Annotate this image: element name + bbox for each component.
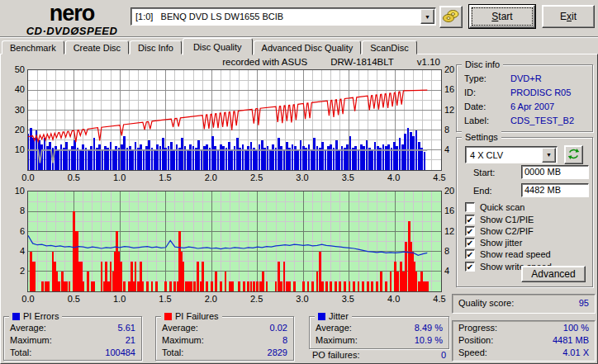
pi-errors-color-swatch (12, 313, 20, 320)
advanced-button[interactable]: Advanced (521, 266, 586, 282)
tick-label: 2.5 (248, 173, 266, 182)
disc-id-value: PRODISC R05 (510, 86, 571, 100)
speed-row: Speed: 4.01 X (453, 347, 595, 359)
top-chart-plot (27, 69, 442, 171)
disc-type-value: DVD+R (510, 72, 542, 86)
tick-label: 1.0 (111, 294, 129, 304)
disc-info-group: Disc info Type: DVD+R ID: PRODISC R05 Da… (456, 64, 593, 132)
checkbox-box[interactable]: ✔ (465, 249, 475, 259)
quality-score-panel: Quality score: 95 (452, 294, 596, 314)
show-read-speed-checkbox[interactable]: ✔ Show read speed (465, 249, 551, 259)
settings-title: Settings (462, 131, 501, 143)
drive-select-arrow[interactable]: ▼ (420, 9, 434, 24)
pi-failures-title: PI Failures (175, 310, 219, 322)
tab-disc-quality[interactable]: Disc Quality (183, 38, 253, 55)
exit-button[interactable]: Exit (542, 5, 595, 28)
tick-label: 4.5 (430, 173, 448, 182)
tick-label: 4.5 (430, 294, 448, 304)
pi-errors-legend: PI Errors (9, 310, 62, 322)
app-window: nero CD·DVDØSPEED [1:0] BENQ DVD LS DW16… (0, 0, 598, 364)
tick-label: 8 (20, 206, 25, 215)
tab-benchmark[interactable]: Benchmark (2, 40, 64, 54)
position-row: Position: 4481 MB (453, 334, 595, 347)
firmware-version: v1.10 (417, 57, 440, 67)
quick-scan-checkbox[interactable]: Quick scan (465, 202, 524, 212)
show-c2-pif-checkbox[interactable]: ✔ Show C2/PIF (465, 226, 534, 236)
disc-type-label: Type: (464, 72, 510, 86)
bottom-chart-x-ticks: 0.00.51.01.52.02.53.03.54.04.5 (19, 294, 448, 304)
checkbox-box[interactable]: ✔ (465, 238, 475, 248)
start-button-post: tart (498, 11, 512, 22)
tab-create-disc[interactable]: Create Disc (65, 40, 129, 54)
checkbox-box[interactable]: ✔ (465, 262, 475, 272)
tick-label: 20 (15, 125, 25, 135)
tick-label: 2.0 (202, 173, 220, 182)
checkbox-label: Quick scan (480, 202, 524, 212)
tick-label: 4.0 (385, 294, 403, 304)
checkbox-box[interactable] (465, 202, 475, 212)
disc-tools-button[interactable] (439, 6, 463, 28)
tick-label: 30 (15, 105, 25, 115)
checkbox-box[interactable]: ✔ (465, 226, 475, 236)
pie-average-value: 5.61 (118, 322, 135, 334)
scan-speed-select[interactable]: 4 X CLV ▼ (465, 146, 558, 163)
tab-scandisc[interactable]: ScanDisc (362, 40, 416, 54)
refresh-button[interactable] (564, 145, 583, 164)
tick-label: 1.5 (156, 294, 174, 304)
recorder-model: DRW-1814BLT (330, 57, 394, 67)
jitter-legend: Jitter (315, 310, 352, 322)
settings-group: Settings 4 X CLV ▼ Start: 0000 MB End: 4… (456, 137, 593, 287)
pi-failures-legend: PI Failures (161, 310, 222, 322)
po-failures-value: 0 (441, 350, 446, 360)
tab-disc-info[interactable]: Disc Info (130, 40, 182, 54)
discs-icon (443, 9, 459, 26)
pi-failures-group: PI Failures Average:0.02 Maximum:8 Total… (155, 316, 294, 361)
jitter-group: Jitter Average:8.49 % Maximum:10.9 % (309, 316, 449, 349)
drive-select-value: [1:0] BENQ DVD LS DW1655 BCIB (131, 12, 420, 21)
tick-label: 6 (20, 226, 25, 236)
start-button-key: S (491, 11, 498, 22)
bottom-chart-plot (27, 191, 442, 292)
show-c1-pie-checkbox[interactable]: ✔ Show C1/PIE (465, 215, 534, 225)
logo-line1: nero (18, 2, 126, 25)
logo-line2: CD·DVDØSPEED (18, 26, 126, 36)
tab-advanced-disc-quality[interactable]: Advanced Disc Quality (254, 40, 362, 54)
disc-id-row: ID: PRODISC R05 (457, 86, 592, 100)
po-failures-label: PO failures: (312, 350, 359, 360)
pif-total-label: Total: (162, 347, 183, 359)
tick-label: 4 (20, 246, 25, 256)
progress-label: Progress: (458, 322, 497, 334)
tick-label: 2.5 (248, 294, 266, 304)
refresh-icon (567, 148, 580, 163)
pie-maximum-label: Maximum: (10, 334, 52, 347)
bottom-chart-y-left-ticks: 108642 (2, 186, 25, 276)
drive-select[interactable]: [1:0] BENQ DVD LS DW1655 BCIB ▼ (131, 7, 436, 26)
start-position-field[interactable]: 0000 MB (521, 165, 589, 179)
pi-errors-title: PI Errors (23, 310, 59, 322)
disc-date-label: Date: (464, 100, 510, 114)
scan-speed-arrow[interactable]: ▼ (542, 148, 556, 163)
end-position-field[interactable]: 4482 MB (521, 183, 589, 197)
nero-logo: nero CD·DVDØSPEED (18, 2, 126, 36)
disc-label-value: CDS_TEST_B2 (510, 114, 574, 128)
jitter-average-label: Average: (316, 322, 352, 334)
scan-speed-value: 4 X CLV (466, 150, 541, 160)
tick-label: 0.0 (19, 173, 37, 182)
checkbox-label: Show C2/PIF (480, 226, 534, 236)
recorded-with-text: recorded with ASUS DRW-1814BLT v1.10 (27, 57, 440, 67)
top-chart-x-ticks: 0.00.51.01.52.02.53.03.54.04.5 (19, 173, 448, 182)
checkbox-box[interactable]: ✔ (465, 215, 475, 225)
disc-type-row: Type: DVD+R (457, 72, 592, 86)
disc-id-label: ID: (464, 86, 510, 100)
pie-average-label: Average: (10, 322, 46, 334)
tick-label: 40 (15, 84, 25, 94)
toolbar: nero CD·DVDØSPEED [1:0] BENQ DVD LS DW16… (0, 0, 598, 37)
start-position-label: Start: (473, 168, 495, 177)
recorded-with: recorded with ASUS (222, 57, 307, 67)
tick-label: 4.0 (385, 173, 403, 182)
show-jitter-checkbox[interactable]: ✔ Show jitter (465, 238, 522, 248)
tick-label: 2 (20, 266, 25, 276)
checkbox-label: Show read speed (480, 249, 551, 259)
start-button[interactable]: Start (469, 5, 535, 28)
position-label: Position: (458, 334, 493, 347)
